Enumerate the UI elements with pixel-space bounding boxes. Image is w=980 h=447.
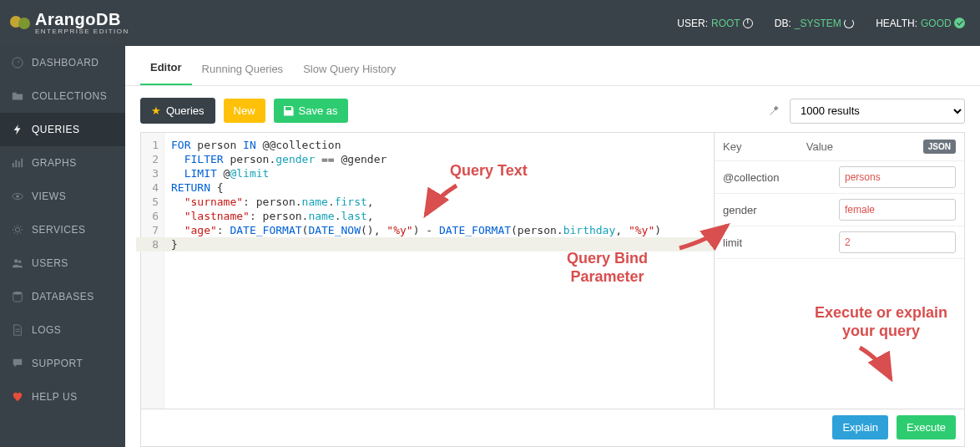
param-row: gender: [715, 194, 964, 226]
sidebar-item-logs[interactable]: LOGS: [0, 313, 125, 347]
param-value-input[interactable]: [839, 231, 956, 253]
svg-point-4: [14, 259, 18, 262]
svg-point-5: [18, 261, 22, 264]
params-key-header: Key: [723, 140, 806, 153]
users-icon: [12, 257, 23, 269]
gauge-icon: [12, 57, 23, 69]
brand-name: ArangoDB: [35, 11, 129, 28]
code-content[interactable]: FOR person IN @@collection FILTER person…: [164, 133, 714, 409]
svg-point-3: [15, 227, 19, 231]
sidebar: DASHBOARD COLLECTIONS QUERIES GRAPHS VIE…: [0, 46, 125, 447]
sidebar-item-databases[interactable]: DATABASES: [0, 280, 125, 313]
params-value-header: Value: [806, 140, 923, 153]
chat-icon: [12, 358, 23, 369]
explain-button[interactable]: Explain: [832, 415, 888, 439]
save-icon: [284, 106, 294, 116]
sidebar-item-helpus[interactable]: HELP US: [0, 380, 125, 414]
sidebar-item-services[interactable]: SERVICES: [0, 213, 125, 246]
main: Editor Running Queries Slow Query Histor…: [125, 46, 980, 447]
tab-slow[interactable]: Slow Query History: [293, 51, 406, 85]
db-info[interactable]: DB:_SYSTEM: [775, 18, 854, 29]
bolt-icon: [12, 124, 23, 135]
logo-icon: [10, 16, 30, 29]
sidebar-item-dashboard[interactable]: DASHBOARD: [0, 46, 125, 79]
doc-icon: [12, 324, 23, 336]
star-icon: ★: [151, 104, 161, 117]
health-info: HEALTH:GOOD: [876, 18, 965, 29]
heart-icon: [12, 391, 23, 403]
footer: Explain Execute: [140, 409, 965, 447]
param-value-input[interactable]: [839, 199, 956, 221]
bind-params: Key Value JSON @collection gender limit: [714, 133, 964, 409]
sidebar-item-support[interactable]: SUPPORT: [0, 347, 125, 380]
param-row: @collection: [715, 161, 964, 194]
eye-icon: [12, 190, 23, 202]
results-select[interactable]: 1000 results: [790, 99, 965, 124]
power-icon: [743, 18, 753, 28]
svg-point-2: [16, 195, 19, 198]
param-value-input[interactable]: [839, 166, 956, 188]
tabs: Editor Running Queries Slow Query Histor…: [125, 46, 980, 86]
header: ArangoDB ENTERPRISE EDITION USER:ROOT DB…: [0, 0, 980, 46]
wand-icon[interactable]: [768, 105, 780, 117]
db-icon: [12, 291, 23, 302]
param-row: limit: [715, 226, 964, 259]
code-editor[interactable]: 12345678 FOR person IN @@collection FILT…: [141, 133, 714, 409]
execute-button[interactable]: Execute: [897, 415, 956, 439]
tab-editor[interactable]: Editor: [140, 49, 192, 85]
toolbar: ★Queries New Save as 1000 results: [140, 98, 965, 124]
chart-icon: [12, 157, 23, 169]
tab-running[interactable]: Running Queries: [192, 51, 294, 85]
svg-point-6: [13, 292, 23, 295]
gutter: 12345678: [141, 133, 164, 409]
sidebar-item-queries[interactable]: QUERIES: [0, 113, 125, 146]
cog-icon: [12, 224, 23, 236]
check-icon: [954, 18, 965, 28]
sidebar-item-graphs[interactable]: GRAPHS: [0, 146, 125, 180]
user-info[interactable]: USER:ROOT: [677, 18, 752, 29]
queries-button[interactable]: ★Queries: [140, 98, 215, 124]
brand-edition: ENTERPRISE EDITION: [35, 28, 129, 35]
refresh-icon: [844, 18, 854, 28]
new-button[interactable]: New: [224, 99, 265, 123]
json-button[interactable]: JSON: [923, 140, 956, 154]
logo: ArangoDB ENTERPRISE EDITION: [10, 11, 129, 35]
sidebar-item-views[interactable]: VIEWS: [0, 180, 125, 213]
save-as-button[interactable]: Save as: [274, 99, 348, 123]
folder-icon: [12, 90, 23, 102]
sidebar-item-users[interactable]: USERS: [0, 246, 125, 280]
sidebar-item-collections[interactable]: COLLECTIONS: [0, 79, 125, 113]
